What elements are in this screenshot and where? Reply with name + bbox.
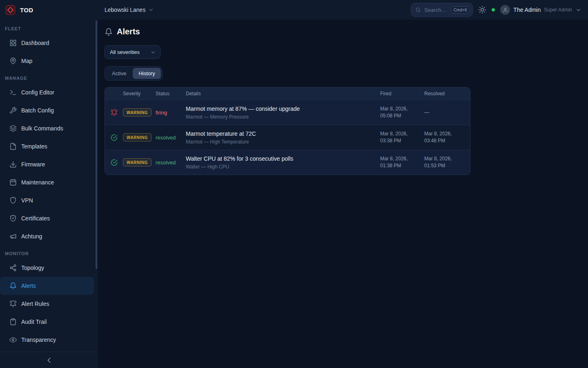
sidebar-item-maintenance[interactable]: Maintenance [0, 173, 94, 191]
sidebar-item-label: Map [21, 58, 32, 64]
severity-filter-select[interactable]: All severities [105, 45, 160, 59]
terminal-icon [9, 89, 17, 96]
sidebar-section-monitor: MONITOR [0, 245, 98, 259]
org-selector[interactable]: Lebowski Lanes [105, 7, 154, 13]
user-icon [503, 7, 508, 13]
severity-badge: WARNING [123, 158, 151, 166]
search-box[interactable]: Cmd+K [411, 3, 473, 17]
sidebar-section-fleet: FLEET [0, 25, 98, 34]
layers-icon [9, 125, 17, 132]
status-text: resolved [156, 135, 186, 141]
fired-timestamp: Mar 8, 2026, 05:08 PM [380, 105, 424, 119]
connection-status-dot [492, 8, 495, 11]
alerts-tab-group: Active History [105, 66, 163, 81]
bell-icon [9, 282, 17, 289]
alerts-table: Severity Status Details Fired Resolved W… [105, 87, 470, 175]
sidebar-item-label: Achtung [21, 233, 42, 240]
map-pin-icon [9, 57, 17, 65]
sidebar-item-label: Dashboard [21, 40, 49, 46]
app-logo-icon [5, 4, 16, 16]
sidebar-item-label: Topology [21, 265, 44, 271]
sidebar-item-label: Bulk Commands [21, 125, 63, 132]
sidebar-item-label: Batch Config [21, 107, 54, 114]
sidebar-item-label: VPN [21, 197, 33, 204]
tab-history[interactable]: History [133, 68, 160, 79]
sidebar-item-label: Transparency [21, 337, 56, 343]
sidebar-item-alerts[interactable]: Alerts [0, 277, 94, 295]
alert-details: Marmot memory at 87% — consider upgrade … [186, 105, 380, 120]
theme-toggle-sun-icon[interactable] [478, 6, 486, 14]
topology-network-icon [9, 264, 17, 272]
main-content: Alerts All severities Active History Sev… [98, 20, 588, 368]
alert-subtitle: Marmot — High Temperature [186, 139, 380, 145]
alert-subtitle: Walter — High CPU [186, 164, 380, 170]
sidebar-item-map[interactable]: Map [0, 52, 94, 70]
sidebar-item-firmware[interactable]: Firmware [0, 155, 94, 173]
bell-icon [105, 28, 113, 36]
alert-row[interactable]: WARNING resolved Marmot temperature at 7… [105, 125, 470, 150]
sidebar-item-label: Alerts [21, 283, 36, 289]
column-header-fired: Fired [380, 91, 424, 96]
severity-badge: WARNING [123, 133, 151, 141]
bell-ring-icon [111, 109, 118, 116]
sidebar-item-audit-trail[interactable]: Audit Trail [0, 313, 94, 331]
resolved-timestamp: Mar 8, 2026, 01:53 PM [424, 155, 470, 169]
brand: TOD [0, 4, 98, 16]
sidebar-collapse-chevron-left-icon[interactable] [45, 356, 53, 365]
org-selector-label: Lebowski Lanes [105, 7, 145, 13]
alert-title: Walter CPU at 82% for 3 consecutive poll… [186, 155, 380, 162]
fired-timestamp: Mar 8, 2026, 03:38 PM [380, 130, 424, 144]
alert-title: Marmot temperature at 72C [186, 130, 380, 137]
sidebar-section-manage: MANAGE [0, 70, 98, 83]
search-input[interactable] [424, 7, 447, 13]
alert-title: Marmot memory at 87% — consider upgrade [186, 105, 380, 112]
status-text: resolved [156, 159, 186, 166]
download-icon [9, 161, 17, 168]
column-header-status: Status [156, 91, 186, 96]
sidebar-item-label: Certificates [21, 215, 50, 222]
sidebar-item-label: Alert Rules [21, 301, 49, 307]
eye-icon [9, 336, 17, 343]
sidebar-item-batch-config[interactable]: Batch Config [0, 101, 94, 119]
sidebar-item-vpn[interactable]: VPN [0, 191, 94, 209]
alert-details: Walter CPU at 82% for 3 consecutive poll… [186, 155, 380, 170]
search-shortcut-badge: Cmd+K [451, 6, 470, 14]
sidebar-item-bulk-commands[interactable]: Bulk Commands [0, 119, 94, 137]
megaphone-icon [9, 233, 17, 240]
clipboard-icon [9, 318, 17, 325]
alert-row[interactable]: WARNING firing Marmot memory at 87% — co… [105, 100, 470, 125]
status-text: firing [156, 110, 186, 116]
sidebar-item-alert-rules[interactable]: Alert Rules [0, 295, 94, 313]
sidebar-item-label: Templates [21, 143, 47, 150]
column-header-details: Details [186, 91, 380, 96]
sidebar-item-topology[interactable]: Topology [0, 259, 94, 277]
bell-ring-icon [9, 300, 17, 307]
sidebar: FLEET Dashboard Map MANAGE Config Editor… [0, 20, 98, 368]
sidebar-item-label: Firmware [21, 161, 45, 168]
sidebar-item-transparency[interactable]: Transparency [0, 331, 94, 349]
calendar-icon [9, 179, 17, 186]
wrench-icon [9, 107, 17, 114]
sidebar-item-certificates[interactable]: Certificates [0, 209, 94, 227]
dashboard-icon [9, 39, 17, 47]
resolved-timestamp: Mar 8, 2026, 03:48 PM [424, 130, 470, 144]
sidebar-item-templates[interactable]: Templates [0, 137, 94, 155]
tab-active[interactable]: Active [106, 68, 132, 79]
chevron-down-icon [575, 7, 581, 13]
sidebar-item-label: Config Editor [21, 89, 54, 96]
column-header-resolved: Resolved [424, 91, 470, 96]
sidebar-item-label: Audit Trail [21, 319, 47, 325]
shield-check-icon [9, 215, 17, 222]
fired-timestamp: Mar 8, 2026, 01:38 PM [380, 155, 424, 169]
alert-row[interactable]: WARNING resolved Walter CPU at 82% for 3… [105, 150, 470, 175]
app-title: TOD [20, 7, 33, 13]
sidebar-scrollbar[interactable] [96, 20, 97, 269]
page-header: Alerts [105, 27, 578, 36]
sidebar-item-config-editor[interactable]: Config Editor [0, 83, 94, 101]
file-icon [9, 143, 17, 150]
check-circle-icon [111, 134, 118, 141]
sidebar-item-achtung[interactable]: Achtung [0, 227, 94, 245]
user-menu[interactable]: The Admin Super Admin [500, 5, 581, 15]
sidebar-item-dashboard[interactable]: Dashboard [0, 34, 94, 52]
sidebar-footer [0, 352, 98, 368]
